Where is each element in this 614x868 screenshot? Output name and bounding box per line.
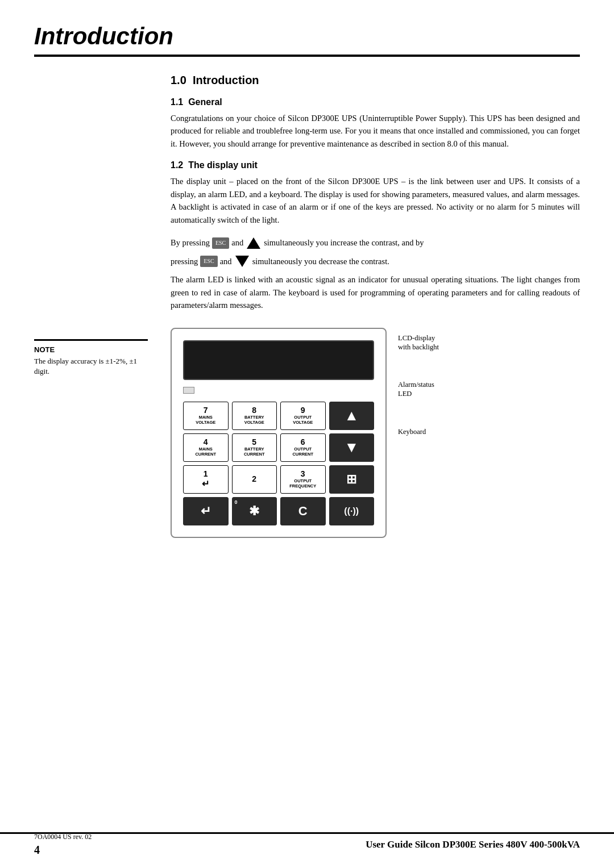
key-c[interactable]: C [280,497,326,525]
key-up-arrow: ▲ [344,407,359,424]
key-grid[interactable]: ⊞ [329,465,375,494]
key-3-num: 3 [301,470,305,478]
key-5[interactable]: 5 BATTERYCURRENT [232,433,277,462]
annotation-alarm: Alarm/status LED [398,380,439,399]
key-1-label: ↵ [202,479,209,489]
key-6-num: 6 [301,438,305,446]
page-main-title: Introduction [34,23,580,50]
key-wave[interactable]: ((·)) [329,497,375,525]
key-6-label: OUTPUTCURRENT [292,447,313,457]
note-box: NOTE The display accuracy is ±1-2%, ±1 d… [34,339,148,377]
key-star-icon: ✱ [249,504,259,519]
lcd-display [183,340,374,380]
subsection-1-2-title: 1.2 The display unit [171,160,580,170]
footer-left-area: 7OA0004 US rev. 02 4 [34,833,92,857]
main-content: 1.0 Introduction 1.1 General Congratulat… [148,74,580,322]
key-1[interactable]: 1 ↵ [183,465,229,494]
left-sidebar [34,74,148,322]
key-star[interactable]: 0 ✱ [232,497,277,525]
page-number: 4 [34,844,92,857]
key-0-label: 0 [235,499,238,505]
key-3[interactable]: 3 OUTPUTFREQUENCY [280,465,326,494]
key-2[interactable]: 2 [232,465,277,494]
device-with-annotations: 7 MAINSVOLTAGE 8 BATTERYVOLTAGE 9 OUTPUT… [171,328,580,538]
key-button-esc2: ESC [200,256,217,267]
key-1-num: 1 [204,470,208,478]
key-7-num: 7 [204,406,208,414]
key-button-esc: ESC [212,237,229,249]
footer-content: 7OA0004 US rev. 02 4 User Guide Silcon D… [0,833,614,857]
key-9-num: 9 [301,406,305,414]
arrow-down-icon [235,256,249,267]
key-enter-icon: ↵ [201,504,211,519]
header-rule [34,55,580,57]
arrow-up-icon [247,237,260,249]
diagram-section: NOTE The display accuracy is ±1-2%, ±1 d… [0,328,614,538]
key-enter[interactable]: ↵ [183,497,229,525]
key-7-label: MAINSVOLTAGE [196,415,215,425]
key-6[interactable]: 6 OUTPUTCURRENT [280,433,326,462]
key-2-num: 2 [252,475,256,483]
annotation-lcd: LCD-display with backlight [398,333,439,352]
led-indicator [183,387,194,394]
device-container: 7 MAINSVOLTAGE 8 BATTERYVOLTAGE 9 OUTPUT… [171,328,387,538]
note-text: The display accuracy is ±1-2%, ±1 digit. [34,356,148,377]
doc-number: 7OA0004 US rev. 02 [34,833,92,841]
key-5-label: BATTERYCURRENT [244,447,265,457]
key-c-label: C [298,504,308,519]
key-3-label: OUTPUTFREQUENCY [289,479,316,489]
key-4-num: 4 [204,438,208,446]
annotations-right: LCD-display with backlight Alarm/status … [398,328,439,436]
key-8-num: 8 [252,406,256,414]
alarm-led-text: The alarm LED is linked with an acoustic… [171,273,580,311]
key-7[interactable]: 7 MAINSVOLTAGE [183,402,229,430]
key-down-arrow: ▼ [344,439,359,456]
annotation-keyboard: Keyboard [398,427,439,436]
contrast-increase-line: By pressing ESC and simultaneously you i… [171,236,580,249]
key-9[interactable]: 9 OUTPUTVOLTAGE [280,402,326,430]
key-8[interactable]: 8 BATTERYVOLTAGE [232,402,277,430]
footer-title: User Guide Silcon DP300E Series 480V 400… [366,839,580,850]
content-area: 1.0 Introduction 1.1 General Congratulat… [0,74,614,322]
led-row [183,387,374,394]
key-4-label: MAINSCURRENT [195,447,216,457]
key-down[interactable]: ▼ [329,433,375,462]
key-4[interactable]: 4 MAINSCURRENT [183,433,229,462]
display-unit-body-text: The display unit – placed on the front o… [171,175,580,226]
contrast-decrease-line: pressing ESC and simultaneously you decr… [171,255,580,268]
diagram-left-note: NOTE The display accuracy is ±1-2%, ±1 d… [34,328,148,538]
section-title: 1.0 Introduction [171,74,580,87]
key-wave-icon: ((·)) [344,506,359,516]
key-up[interactable]: ▲ [329,402,375,430]
page-header: Introduction [0,0,614,57]
diagram-right: 7 MAINSVOLTAGE 8 BATTERYVOLTAGE 9 OUTPUT… [148,328,580,538]
general-body-text: Congratulations on your choice of Silcon… [171,112,580,150]
note-label: NOTE [34,345,148,354]
subsection-1-1-title: 1.1 General [171,97,580,107]
key-grid-icon: ⊞ [346,472,356,487]
keyboard-grid: 7 MAINSVOLTAGE 8 BATTERYVOLTAGE 9 OUTPUT… [183,402,374,525]
key-5-num: 5 [252,438,256,446]
key-8-label: BATTERYVOLTAGE [244,415,264,425]
key-9-label: OUTPUTVOLTAGE [293,415,313,425]
